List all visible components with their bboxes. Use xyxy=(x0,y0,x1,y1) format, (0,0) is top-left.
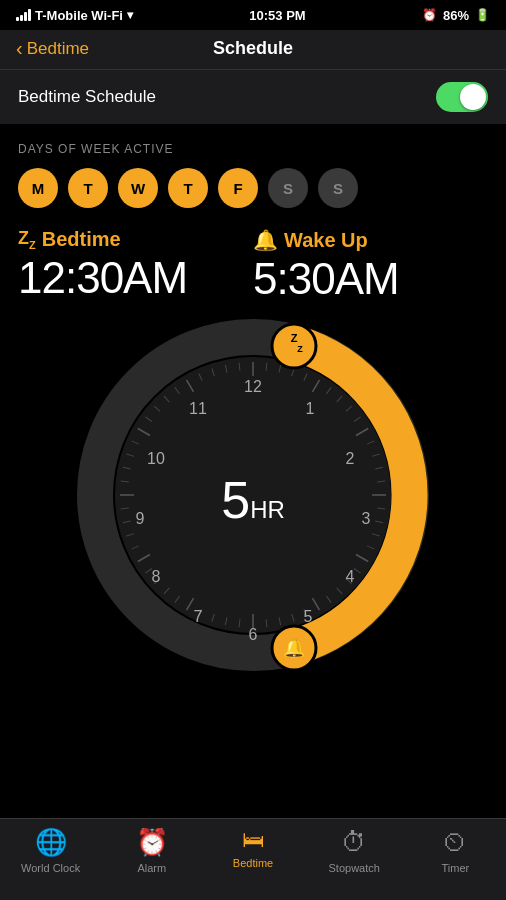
svg-text:2: 2 xyxy=(346,450,355,467)
signal-icon xyxy=(16,9,31,21)
back-button[interactable]: ‹ Bedtime xyxy=(16,37,89,60)
svg-text:7: 7 xyxy=(194,608,203,625)
alarm-icon: ⏰ xyxy=(136,827,168,858)
wakeup-label-row: 🔔 Wake Up xyxy=(253,228,488,252)
days-row: M T W T F S S xyxy=(18,168,488,208)
clock-hours-number: 5 xyxy=(221,471,250,529)
bedtime-block: ZZ Bedtime 12:30AM xyxy=(18,228,253,304)
tab-stopwatch-label: Stopwatch xyxy=(329,862,380,874)
tab-timer-label: Timer xyxy=(442,862,470,874)
svg-point-74 xyxy=(272,324,316,368)
day-tuesday[interactable]: T xyxy=(68,168,108,208)
wakeup-time[interactable]: 5:30AM xyxy=(253,254,488,304)
page-title: Schedule xyxy=(213,38,293,59)
tab-bedtime-label: Bedtime xyxy=(233,857,273,869)
tab-world-clock[interactable]: 🌐 World Clock xyxy=(0,827,101,874)
svg-text:12: 12 xyxy=(244,378,262,395)
svg-text:Z: Z xyxy=(297,344,303,354)
timer-icon: ⏲ xyxy=(442,827,468,858)
tab-alarm[interactable]: ⏰ Alarm xyxy=(101,827,202,874)
wakeup-type-label: Wake Up xyxy=(284,229,368,252)
alarm-status-icon: ⏰ xyxy=(422,8,437,22)
status-time: 10:53 PM xyxy=(249,8,305,23)
svg-text:1: 1 xyxy=(306,400,315,417)
tab-bar: 🌐 World Clock ⏰ Alarm 🛏 Bedtime ⏱ Stopwa… xyxy=(0,818,506,900)
bedtime-tab-icon: 🛏 xyxy=(242,827,264,853)
days-section: DAYS OF WEEK ACTIVE M T W T F S S xyxy=(0,124,506,218)
bedtime-label-row: ZZ Bedtime xyxy=(18,228,253,251)
day-monday[interactable]: M xyxy=(18,168,58,208)
back-label: Bedtime xyxy=(27,39,89,59)
toggle-label: Bedtime Schedule xyxy=(18,87,156,107)
bedtime-schedule-toggle[interactable] xyxy=(436,82,488,112)
svg-text:5: 5 xyxy=(304,608,313,625)
status-bar: T-Mobile Wi-Fi ▾ 10:53 PM ⏰ 86% 🔋 xyxy=(0,0,506,30)
svg-text:Z: Z xyxy=(291,332,298,344)
svg-text:6: 6 xyxy=(249,626,258,643)
tab-bedtime[interactable]: 🛏 Bedtime xyxy=(202,827,303,869)
svg-text:3: 3 xyxy=(362,510,371,527)
bedtime-type-label: Bedtime xyxy=(42,228,121,251)
svg-text:🔔: 🔔 xyxy=(283,637,306,659)
world-clock-icon: 🌐 xyxy=(35,827,67,858)
svg-text:11: 11 xyxy=(189,400,207,417)
svg-text:8: 8 xyxy=(152,568,161,585)
tab-world-clock-label: World Clock xyxy=(21,862,80,874)
clock-hr-label: HR xyxy=(250,496,285,523)
bedtime-schedule-toggle-row: Bedtime Schedule xyxy=(0,69,506,124)
day-saturday[interactable]: S xyxy=(268,168,308,208)
status-right: ⏰ 86% 🔋 xyxy=(422,8,490,23)
day-thursday[interactable]: T xyxy=(168,168,208,208)
chevron-left-icon: ‹ xyxy=(16,37,23,60)
day-friday[interactable]: F xyxy=(218,168,258,208)
bedtime-time[interactable]: 12:30AM xyxy=(18,253,253,303)
wakeup-block: 🔔 Wake Up 5:30AM xyxy=(253,228,488,304)
svg-text:10: 10 xyxy=(147,450,165,467)
bell-icon: 🔔 xyxy=(253,228,278,252)
sleep-icon: ZZ xyxy=(18,228,36,251)
status-left: T-Mobile Wi-Fi ▾ xyxy=(16,8,133,23)
days-section-label: DAYS OF WEEK ACTIVE xyxy=(18,142,488,156)
day-sunday[interactable]: S xyxy=(318,168,358,208)
svg-text:9: 9 xyxy=(136,510,145,527)
tab-alarm-label: Alarm xyxy=(137,862,166,874)
battery-label: 86% xyxy=(443,8,469,23)
stopwatch-icon: ⏱ xyxy=(341,827,367,858)
nav-bar: ‹ Bedtime Schedule xyxy=(0,30,506,69)
day-wednesday[interactable]: W xyxy=(118,168,158,208)
tab-stopwatch[interactable]: ⏱ Stopwatch xyxy=(304,827,405,874)
tab-timer[interactable]: ⏲ Timer xyxy=(405,827,506,874)
wifi-icon: ▾ xyxy=(127,8,133,22)
svg-text:4: 4 xyxy=(346,568,355,585)
toggle-knob xyxy=(460,84,486,110)
clock-area: 12 1 2 3 4 5 6 7 8 9 10 11 Z Z 🔔 5HR xyxy=(0,310,506,690)
times-row: ZZ Bedtime 12:30AM 🔔 Wake Up 5:30AM xyxy=(0,218,506,310)
battery-icon: 🔋 xyxy=(475,8,490,22)
clock-duration: 5HR xyxy=(221,470,285,530)
carrier-label: T-Mobile Wi-Fi xyxy=(35,8,123,23)
